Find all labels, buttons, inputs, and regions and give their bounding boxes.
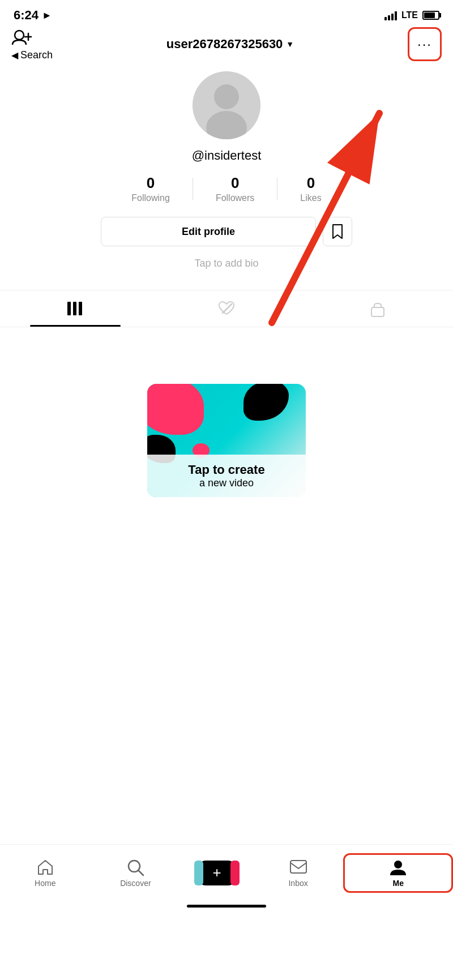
nav-me[interactable]: Me bbox=[343, 853, 453, 893]
status-time: 6:24 bbox=[14, 8, 39, 23]
svg-point-16 bbox=[394, 861, 402, 868]
create-video-subtitle: a new video bbox=[153, 477, 300, 489]
blob-1 bbox=[147, 384, 204, 435]
profile-section: @insidertest 0 Following 0 Followers 0 L… bbox=[0, 60, 453, 290]
tab-private[interactable] bbox=[302, 290, 453, 327]
status-bar: 6:24 ► LTE bbox=[0, 0, 453, 28]
nav-home[interactable]: Home bbox=[0, 858, 91, 888]
followers-label: Followers bbox=[216, 193, 254, 203]
create-video-card[interactable]: Tap to create a new video bbox=[147, 384, 306, 497]
svg-rect-8 bbox=[67, 302, 71, 315]
username-text: user2678267325630 bbox=[166, 37, 283, 52]
nav-create[interactable]: + bbox=[181, 861, 253, 885]
location-icon: ► bbox=[42, 10, 52, 22]
action-buttons: Edit profile bbox=[0, 217, 453, 246]
more-options-button[interactable]: ··· bbox=[408, 27, 442, 61]
svg-point-13 bbox=[129, 861, 140, 872]
followers-count: 0 bbox=[231, 174, 239, 192]
svg-line-14 bbox=[139, 871, 143, 875]
nav-inbox[interactable]: Inbox bbox=[253, 858, 344, 888]
bookmark-icon bbox=[331, 224, 344, 239]
svg-point-0 bbox=[15, 31, 24, 40]
likes-label: Likes bbox=[300, 193, 321, 203]
discover-icon bbox=[126, 858, 144, 876]
tabs-row bbox=[0, 290, 453, 327]
more-dots-icon: ··· bbox=[417, 36, 432, 52]
svg-rect-12 bbox=[371, 307, 384, 316]
home-label: Home bbox=[35, 879, 55, 888]
lock-icon bbox=[370, 300, 385, 317]
signal-bar-2 bbox=[388, 15, 390, 20]
inbox-icon bbox=[289, 858, 307, 876]
svg-rect-9 bbox=[73, 302, 76, 315]
battery-icon bbox=[422, 11, 439, 20]
lte-label: LTE bbox=[401, 10, 418, 20]
plus-icon: + bbox=[212, 864, 221, 881]
create-plus-button[interactable]: + bbox=[199, 861, 235, 885]
create-video-title: Tap to create bbox=[153, 463, 300, 477]
grid-icon bbox=[67, 301, 84, 316]
signal-bar-4 bbox=[395, 11, 397, 20]
status-icons: LTE bbox=[384, 10, 439, 20]
likes-stat[interactable]: 0 Likes bbox=[277, 174, 344, 203]
search-back-label: Search bbox=[20, 49, 53, 61]
home-icon bbox=[36, 858, 54, 876]
svg-rect-10 bbox=[79, 302, 82, 315]
liked-icon bbox=[218, 301, 235, 316]
tab-liked[interactable] bbox=[151, 290, 302, 327]
username-dropdown-button[interactable]: user2678267325630 ▼ bbox=[166, 37, 294, 52]
me-icon bbox=[389, 858, 407, 876]
tab-grid[interactable] bbox=[0, 290, 151, 327]
me-label: Me bbox=[392, 879, 403, 888]
svg-point-6 bbox=[214, 84, 239, 109]
add-user-icon bbox=[11, 28, 32, 48]
create-video-text: Tap to create a new video bbox=[147, 455, 306, 497]
following-count: 0 bbox=[147, 174, 155, 192]
inbox-label: Inbox bbox=[288, 879, 307, 888]
followers-stat[interactable]: 0 Followers bbox=[193, 174, 277, 203]
following-stat[interactable]: 0 Following bbox=[109, 174, 193, 203]
bio-placeholder[interactable]: Tap to add bio bbox=[194, 258, 258, 269]
signal-bar-3 bbox=[391, 14, 394, 20]
dropdown-arrow-icon: ▼ bbox=[286, 40, 294, 49]
back-arrow-icon: ◀ bbox=[11, 50, 18, 61]
battery-fill bbox=[424, 12, 435, 18]
discover-label: Discover bbox=[120, 879, 151, 888]
avatar-svg bbox=[193, 71, 260, 139]
blob-2 bbox=[243, 384, 289, 421]
edit-profile-button[interactable]: Edit profile bbox=[101, 217, 316, 246]
bottom-nav: Home Discover + Inbox bbox=[0, 844, 453, 912]
nav-header: ◀ Search user2678267325630 ▼ ··· bbox=[0, 28, 453, 60]
home-indicator bbox=[187, 905, 266, 908]
back-search-button[interactable]: ◀ Search bbox=[11, 49, 53, 61]
svg-rect-15 bbox=[290, 861, 306, 873]
add-user-button[interactable] bbox=[11, 28, 32, 48]
avatar bbox=[193, 71, 260, 139]
likes-count: 0 bbox=[307, 174, 315, 192]
content-area: Tap to create a new video bbox=[0, 327, 453, 520]
signal-bar-1 bbox=[384, 17, 387, 20]
following-label: Following bbox=[131, 193, 170, 203]
stats-row: 0 Following 0 Followers 0 Likes bbox=[0, 174, 453, 203]
nav-discover[interactable]: Discover bbox=[91, 858, 181, 888]
bookmark-button[interactable] bbox=[323, 217, 352, 246]
signal-bars bbox=[384, 10, 397, 20]
profile-handle: @insidertest bbox=[192, 148, 262, 163]
